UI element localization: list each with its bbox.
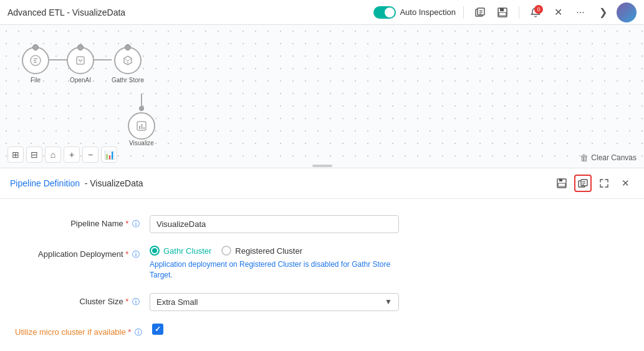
panel-title-group: Pipeline Definition - VisualizeData <box>10 178 143 188</box>
panel-save-icon <box>557 178 567 188</box>
file-node[interactable]: File <box>22 47 49 84</box>
pipeline-name-label: Pipeline Name * ⓘ <box>15 215 140 229</box>
openai-node[interactable]: OpenAI <box>67 47 94 84</box>
panel-header-icons: ✕ <box>553 175 634 192</box>
grid-button[interactable]: ⊞ <box>7 147 24 163</box>
app-deployment-control: Gathr Cluster Registered Cluster Applica… <box>150 246 399 281</box>
panel-fullscreen-icon <box>599 178 609 188</box>
auto-inspection-toggle-wrap: Auto Inspection <box>373 6 456 19</box>
gathr-store-node-label: Gathr Store <box>112 77 144 84</box>
notification-badge: 0 <box>534 5 543 14</box>
visualize-node-label: Visualize <box>129 140 154 147</box>
clear-canvas-button[interactable]: 🗑 Clear Canvas <box>580 153 637 163</box>
form-body: Pipeline Name * ⓘ Application Deployment… <box>0 199 644 351</box>
more-button[interactable]: ··· <box>572 4 589 21</box>
visualize-node[interactable]: Visualize <box>128 94 155 147</box>
next-button[interactable]: ❯ <box>594 4 612 21</box>
zoom-in-button[interactable]: + <box>64 147 80 163</box>
svg-rect-12 <box>142 124 143 129</box>
openai-icon <box>74 54 87 67</box>
svg-rect-6 <box>500 8 504 11</box>
panel-copy-button[interactable] <box>574 175 592 192</box>
micro-cluster-checkbox[interactable] <box>152 324 163 335</box>
registered-cluster-radio[interactable]: Registered Cluster <box>221 246 302 256</box>
trash-icon: 🗑 <box>580 153 589 163</box>
svg-rect-7 <box>499 12 506 16</box>
pipeline-name-required: * <box>125 219 128 228</box>
save-copy-icon <box>474 7 486 18</box>
header-separator-1 <box>463 6 464 19</box>
chart-button[interactable]: 📊 <box>101 147 117 163</box>
panel-copy-icon <box>578 178 588 188</box>
auto-inspection-label: Auto Inspection <box>400 7 456 17</box>
cluster-size-required: * <box>125 297 128 306</box>
panel-fullscreen-button[interactable] <box>595 175 613 192</box>
app-header: Advanced ETL - VisualizeData Auto Inspec… <box>0 0 644 25</box>
panel-header: Pipeline Definition - VisualizeData <box>0 168 644 199</box>
notification-button[interactable]: 0 <box>527 4 544 21</box>
visualize-node-circle[interactable] <box>128 112 155 140</box>
svg-rect-15 <box>559 179 562 181</box>
panel-save-button[interactable] <box>553 175 570 192</box>
panel-subtitle: - VisualizeData <box>85 178 143 188</box>
home-button[interactable]: ⌂ <box>45 147 61 163</box>
connector-2 <box>94 59 112 60</box>
connector-1 <box>49 59 67 60</box>
registered-cluster-radio-circle[interactable] <box>221 246 231 256</box>
close-button[interactable]: ✕ <box>549 4 567 21</box>
file-node-circle[interactable] <box>22 47 49 74</box>
svg-rect-13 <box>143 127 145 129</box>
app-deployment-info-icon[interactable]: ⓘ <box>132 250 140 259</box>
openai-node-circle[interactable] <box>67 47 94 74</box>
connector-vertical <box>141 94 142 106</box>
visualize-dot <box>139 106 144 111</box>
canvas-toolbar: ⊞ ⊟ ⌂ + − 📊 <box>7 147 117 163</box>
cluster-size-control: Extra Small ▼ <box>150 293 399 311</box>
file-node-label: File <box>31 77 41 84</box>
save-copy-button[interactable] <box>471 4 489 21</box>
chevron-down-icon: ▼ <box>385 297 392 306</box>
pipeline-nodes: File OpenAI Gathr Store <box>22 47 144 84</box>
visualize-icon <box>136 120 147 132</box>
app-deployment-label: Application Deployment * ⓘ <box>15 246 140 260</box>
cluster-size-select[interactable]: Extra Small ▼ <box>150 293 399 311</box>
header-separator-2 <box>519 6 519 19</box>
zoom-out-button[interactable]: − <box>82 147 99 163</box>
micro-cluster-label: Utilize micro cluster if available * ⓘ <box>15 324 142 338</box>
gathr-store-icon <box>122 54 134 67</box>
gathr-store-node[interactable]: Gathr Store <box>112 47 144 84</box>
save-icon <box>497 7 508 18</box>
app-deployment-required: * <box>125 249 128 259</box>
resize-handle[interactable] <box>310 164 335 168</box>
avatar <box>617 2 637 22</box>
openai-node-label: OpenAI <box>70 77 91 84</box>
cluster-size-info-icon[interactable]: ⓘ <box>132 297 140 306</box>
clear-canvas-label: Clear Canvas <box>591 153 637 162</box>
pipeline-name-input[interactable] <box>150 215 399 233</box>
svg-rect-11 <box>139 126 140 129</box>
auto-inspection-toggle[interactable] <box>373 6 396 19</box>
resize-bar[interactable] <box>312 165 332 167</box>
pipeline-name-row: Pipeline Name * ⓘ <box>0 209 644 239</box>
svg-rect-9 <box>77 57 84 64</box>
gathr-cluster-radio[interactable]: Gathr Cluster <box>150 246 211 256</box>
panel-title: Pipeline Definition <box>10 178 80 188</box>
file-icon <box>29 54 42 67</box>
cluster-size-value: Extra Small <box>156 297 198 307</box>
grid-dots-button[interactable]: ⊟ <box>26 147 42 163</box>
gathr-cluster-radio-circle[interactable] <box>150 246 160 256</box>
pipeline-panel: Pipeline Definition - VisualizeData <box>0 168 644 351</box>
gathr-cluster-radio-label: Gathr Cluster <box>163 246 211 256</box>
cluster-size-row: Cluster Size * ⓘ Extra Small ▼ <box>0 287 644 317</box>
svg-rect-16 <box>558 183 565 186</box>
pipeline-name-info-icon[interactable]: ⓘ <box>132 219 140 228</box>
micro-cluster-control <box>152 324 401 335</box>
panel-close-button[interactable]: ✕ <box>617 175 634 192</box>
cluster-size-label: Cluster Size * ⓘ <box>15 293 140 307</box>
micro-cluster-required: * <box>128 327 131 337</box>
save-button[interactable] <box>494 4 511 21</box>
registered-cluster-radio-label: Registered Cluster <box>235 246 302 256</box>
app-deployment-row: Application Deployment * ⓘ Gathr Cluster… <box>0 239 644 287</box>
gathr-store-node-circle[interactable] <box>114 47 142 74</box>
micro-cluster-info-icon[interactable]: ⓘ <box>135 328 142 337</box>
